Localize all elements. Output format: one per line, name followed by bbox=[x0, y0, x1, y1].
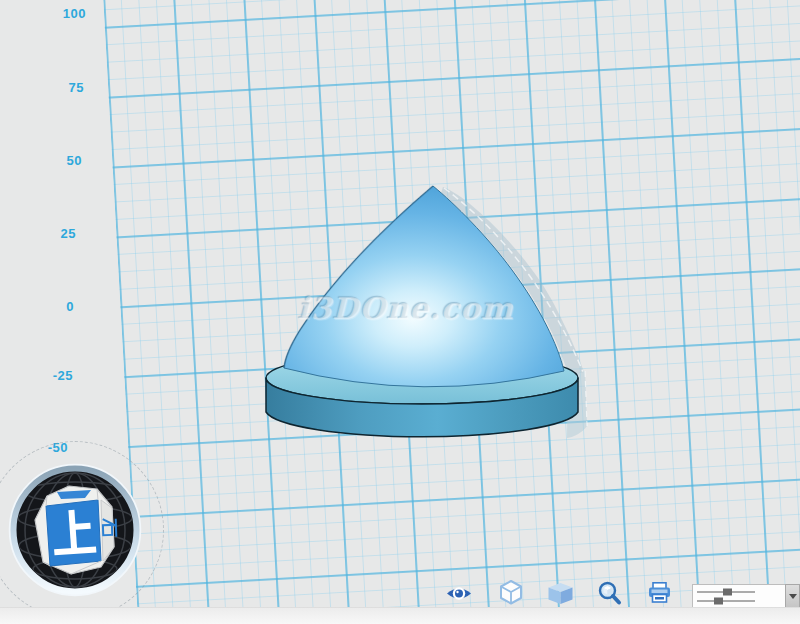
wireframe-view-button[interactable] bbox=[499, 580, 523, 609]
dropdown-arrow-button[interactable] bbox=[785, 584, 800, 608]
solid-cube-icon bbox=[548, 583, 573, 604]
eye-icon bbox=[446, 582, 472, 605]
print-button[interactable] bbox=[648, 582, 672, 607]
line-style-dropdown[interactable] bbox=[692, 584, 785, 608]
visibility-eye-button[interactable] bbox=[446, 582, 472, 609]
zoom-view-button[interactable] bbox=[597, 581, 622, 610]
wireframe-cube-icon bbox=[499, 580, 523, 605]
view-cube[interactable] bbox=[7, 462, 143, 598]
printer-icon bbox=[648, 582, 672, 603]
status-strip bbox=[0, 607, 800, 624]
line-style-preview-icon bbox=[693, 585, 784, 607]
viewcube-cube[interactable] bbox=[35, 486, 116, 574]
chevron-down-icon bbox=[789, 594, 797, 599]
viewport-canvas[interactable]: 100 75 50 25 0 -25 -50 bbox=[0, 0, 800, 624]
dome-solid[interactable] bbox=[284, 186, 564, 387]
zoom-magnifier-icon bbox=[597, 581, 622, 606]
shaded-view-button[interactable] bbox=[548, 583, 573, 608]
